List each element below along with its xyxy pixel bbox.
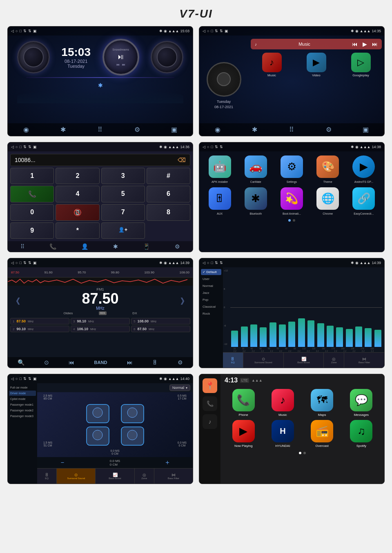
eq-bar-50[interactable] — [259, 327, 267, 347]
eq-tab-bassfilter[interactable]: ⋈ Bass Filter — [344, 353, 384, 368]
back-icon[interactable]: ◁ — [11, 29, 14, 33]
knob-left[interactable] — [17, 41, 50, 73]
eq-tab-surround[interactable]: ⊙ Surround Sound — [243, 353, 284, 368]
app-apk[interactable]: 🤖 APK installer — [209, 155, 231, 183]
back-icon-5[interactable]: ◁ — [11, 261, 14, 265]
eq-bar-40[interactable] — [249, 324, 258, 347]
dial-8[interactable]: 8 — [147, 204, 190, 221]
eq-bar-175[interactable] — [335, 327, 344, 347]
cp-app-spotify[interactable]: ♫ Spotify — [343, 420, 379, 448]
home-icon-2[interactable]: ○ — [207, 29, 209, 33]
eq-bar-235[interactable] — [354, 326, 363, 347]
carplay-sidebar-icon-1[interactable]: 📍 — [203, 378, 217, 393]
dial-nav-call[interactable]: 📞 — [49, 243, 56, 250]
app-androits[interactable]: ▶ AndroiTS GP... — [352, 155, 375, 183]
dial-nav-settings[interactable]: ⚙ — [175, 243, 180, 250]
home-icon-3[interactable]: ○ — [16, 145, 18, 149]
dial-2[interactable]: 2 — [56, 168, 99, 184]
eq-bar-70[interactable] — [278, 324, 287, 347]
dial-nav-bt[interactable]: ✱ — [113, 243, 118, 250]
dial-nav-contacts[interactable]: 👤 — [81, 243, 88, 250]
fm-prev-btn[interactable]: ⏮ — [69, 359, 74, 366]
cp-app-overcast[interactable]: 📻 Overcast — [304, 420, 340, 448]
preset-2[interactable]: 2 90.10 MHz — [10, 326, 69, 332]
eq-preset-classical[interactable]: Classical — [201, 304, 221, 310]
nav-location-2[interactable]: ◉ — [212, 126, 224, 133]
eq-bar-200[interactable] — [345, 329, 354, 347]
eq-preset-pop[interactable]: Pop — [201, 297, 221, 303]
back-icon-2[interactable]: ◁ — [203, 29, 205, 33]
eq-tab-eq[interactable]: 🎚 EQ — [223, 353, 243, 368]
nav-bt[interactable]: ✱ — [57, 126, 69, 133]
app-chrome[interactable]: 🌐 Chrome — [316, 187, 339, 215]
cp-app-hyundai[interactable]: H HYUNDAI — [265, 420, 301, 448]
app-theme[interactable]: 🎨 Theme — [316, 155, 339, 183]
cp-app-nowplaying[interactable]: ▶ Now Playing — [225, 420, 261, 448]
end-call-button[interactable]: 📵 — [56, 204, 99, 221]
play-pause-icon[interactable]: ⏯ — [117, 53, 125, 61]
music-player-bar[interactable]: ♪ Music ⏮ ▶ ⏭ — [251, 39, 382, 49]
play-knob[interactable]: Snowdreams ⏯ ⏮ ⏭ — [102, 39, 139, 76]
zone-minus-icon[interactable]: － — [59, 458, 66, 467]
zone-tab-bass[interactable]: 📈 Bass Boost — [96, 469, 134, 484]
nav-bt-2[interactable]: ✱ — [249, 126, 261, 133]
recent-icon[interactable]: □ — [19, 29, 21, 33]
app-bt[interactable]: ✱ Bluetooth — [245, 187, 267, 215]
nav-cam[interactable]: ▣ — [168, 126, 180, 133]
app-aux[interactable]: 🎚 AUX — [209, 187, 231, 215]
eq-bar-110[interactable] — [307, 320, 315, 347]
nav-apps-2[interactable]: ⠿ — [285, 126, 298, 133]
fm-search-icon[interactable]: 🔍 — [18, 359, 24, 366]
dial-9[interactable]: 9 — [10, 222, 54, 239]
nav-cam-2[interactable]: ▣ — [360, 126, 372, 133]
eq-preset-default[interactable]: ✓ Default — [201, 269, 221, 275]
eq-bar-125[interactable] — [316, 323, 325, 347]
preset-5[interactable]: 5 108.00 MHz — [131, 318, 190, 324]
back-icon-7[interactable]: ◁ — [11, 377, 14, 381]
dial-6[interactable]: 6 — [147, 186, 190, 202]
dial-5[interactable]: 5 — [101, 186, 145, 202]
eq-preset-user[interactable]: User — [201, 276, 221, 282]
knob-right[interactable] — [151, 41, 183, 73]
zone-mode-pass2[interactable]: Passenger mode2 — [9, 408, 36, 413]
dial-7[interactable]: 7 — [101, 204, 145, 221]
eq-bar-20[interactable] — [230, 331, 239, 347]
zone-tab-bassfilter[interactable]: ⋈ Bass Filter — [154, 469, 193, 484]
app-video[interactable]: ▶ Video — [307, 53, 326, 77]
call-button[interactable]: 📞 — [10, 186, 54, 202]
eq-preset-jazz[interactable]: Jazz — [201, 290, 221, 296]
fm-next-icon[interactable]: 》 — [180, 296, 189, 307]
back-icon-6[interactable]: ◁ — [203, 261, 205, 265]
recent-icon-3[interactable]: □ — [19, 145, 21, 149]
nav-settings-2[interactable]: ⚙ — [323, 126, 335, 133]
recent-icon-6[interactable]: □ — [211, 261, 213, 265]
nav-apps[interactable]: ⠿ — [94, 126, 106, 133]
prev-icon[interactable]: ⏮ — [116, 63, 120, 67]
contact-icon[interactable]: 👤+ — [101, 222, 145, 239]
eq-bar-30[interactable] — [240, 326, 248, 347]
eq-bar-60[interactable] — [269, 322, 277, 347]
home-icon[interactable]: ○ — [16, 29, 18, 33]
zone-mode-full[interactable]: Full car mode — [9, 385, 36, 390]
dial-1[interactable]: 1 — [10, 168, 54, 184]
dial-nav-apps[interactable]: ⠿ — [20, 243, 24, 250]
recent-icon-5[interactable]: □ — [19, 261, 21, 265]
fm-settings-icon[interactable]: ⚙ — [178, 359, 183, 366]
cp-app-music[interactable]: ♪ Music — [265, 389, 301, 417]
dial-3[interactable]: 3 — [101, 168, 145, 184]
fm-eq-icon[interactable]: 🎚 — [152, 359, 158, 366]
nav-settings[interactable]: ⚙ — [131, 126, 143, 133]
zone-tab-surround[interactable]: ⊙ Surround Sound — [57, 469, 96, 484]
recent-icon-7[interactable]: □ — [19, 377, 21, 381]
next-icon[interactable]: ⏭ — [122, 63, 125, 67]
fm-scan-icon[interactable]: ⊙ — [44, 359, 49, 366]
preset-6[interactable]: 6 87.50 MHz — [131, 326, 190, 332]
recent-icon-4[interactable]: □ — [211, 145, 213, 149]
dial-4[interactable]: 4 — [56, 186, 99, 202]
preset-1[interactable]: 1 87.50 MHz — [10, 318, 69, 324]
app-easy[interactable]: 🔗 EasyConnecti... — [352, 187, 375, 215]
dial-hash[interactable]: # — [147, 168, 190, 184]
zone-mode-cpilot[interactable]: Cpilot mode — [9, 396, 36, 402]
app-carmate[interactable]: 🚗 CarMate — [245, 155, 267, 183]
dial-nav-phone2[interactable]: 📱 — [143, 243, 150, 250]
